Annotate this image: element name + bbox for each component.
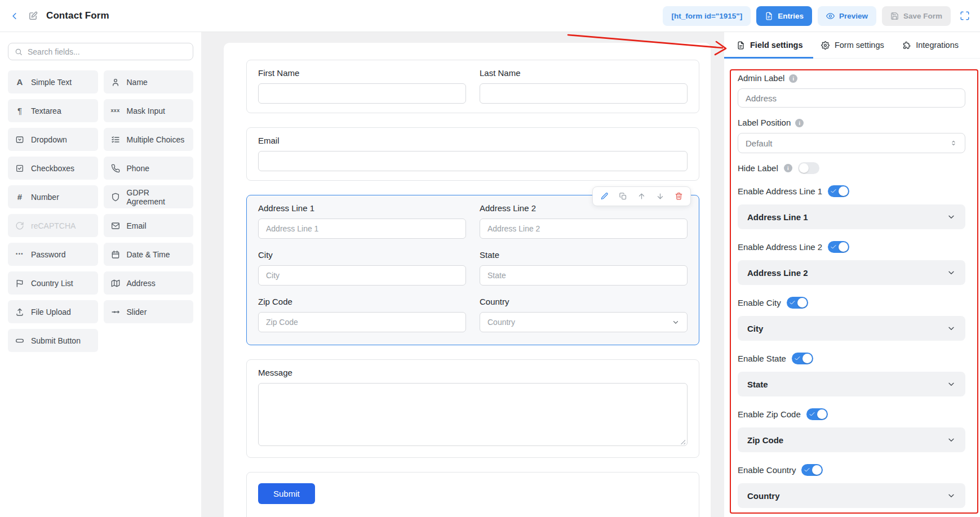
- multiple-choices-icon: [110, 135, 121, 144]
- flag-icon: [15, 279, 25, 288]
- pilcrow-icon: ¶: [15, 106, 25, 115]
- state-input[interactable]: [480, 265, 688, 286]
- subfield-group-city: Enable CityCity: [738, 297, 965, 341]
- info-icon[interactable]: i: [789, 74, 797, 83]
- accordion-state[interactable]: State: [738, 372, 965, 396]
- sidebar-field-address[interactable]: Address: [104, 271, 194, 295]
- sidebar-field-label: Number: [31, 193, 59, 202]
- sidebar-field-label: Date & Time: [127, 250, 170, 259]
- submit-field-card[interactable]: Submit: [246, 472, 699, 517]
- accordion-zip-code[interactable]: Zip Code: [738, 427, 965, 452]
- enable-toggle-label: Enable Address Line 1: [738, 186, 822, 197]
- trash-icon[interactable]: [675, 192, 683, 200]
- field-label: First Name: [258, 68, 466, 78]
- enable-country-toggle[interactable]: [801, 464, 823, 476]
- save-form-button[interactable]: Save Form: [882, 6, 951, 26]
- enable-toggle-label: Enable State: [738, 354, 786, 364]
- zip-code-input[interactable]: [258, 312, 466, 332]
- sidebar-field-mask-input[interactable]: xxxMask Input: [104, 99, 194, 122]
- admin-label-label: Admin Label: [738, 73, 784, 83]
- active-tab-indicator: [724, 57, 813, 59]
- sidebar-field-slider[interactable]: Slider: [104, 300, 194, 323]
- entries-button[interactable]: Entries: [756, 6, 812, 26]
- sidebar-field-simple-text[interactable]: ASimple Text: [8, 70, 98, 93]
- enable-zip-code-toggle[interactable]: [806, 408, 828, 420]
- enable-toggle-label: Enable Country: [738, 465, 796, 475]
- checkbox-icon: [15, 164, 25, 173]
- sidebar-field-recaptcha: reCAPTCHA: [8, 214, 98, 237]
- field-input[interactable]: [480, 83, 688, 104]
- back-button[interactable]: [9, 11, 20, 21]
- field-label: City: [258, 250, 466, 260]
- message-field-card[interactable]: Message: [246, 359, 699, 458]
- sidebar-field-label: Phone: [127, 164, 149, 173]
- sidebar-field-submit-button[interactable]: Submit Button: [8, 329, 98, 352]
- sidebar-field-multiple-choices[interactable]: Multiple Choices: [104, 128, 194, 151]
- sidebar-field-checkboxes[interactable]: Checkboxes: [8, 157, 98, 180]
- enable-state-toggle[interactable]: [792, 353, 813, 364]
- accordion-city[interactable]: City: [738, 316, 965, 341]
- arrow-down-icon[interactable]: [656, 192, 664, 200]
- search-fields-input[interactable]: [28, 47, 187, 56]
- sidebar-field-password[interactable]: •••Password: [8, 243, 98, 266]
- tab-form-settings[interactable]: Form settings: [821, 41, 884, 50]
- submit-button[interactable]: Submit: [258, 483, 315, 504]
- info-icon[interactable]: i: [795, 119, 804, 127]
- subfield-group-zip-code: Enable Zip CodeZip Code: [738, 408, 965, 452]
- info-icon[interactable]: i: [784, 164, 792, 172]
- eye-icon: [826, 12, 835, 20]
- enable-address-line-1-toggle[interactable]: [828, 185, 849, 197]
- shortcode-chip[interactable]: [ht_form id="1915"]: [663, 6, 751, 26]
- enable-city-toggle[interactable]: [787, 297, 808, 309]
- sidebar-field-name[interactable]: Name: [104, 70, 194, 93]
- form-preview-container: First NameLast Name Email Address Line 1…: [224, 43, 711, 517]
- country-select[interactable]: Country: [480, 312, 688, 332]
- city-input[interactable]: [258, 265, 466, 286]
- sidebar-field-phone[interactable]: Phone: [104, 157, 194, 180]
- sidebar-field-date-time[interactable]: Date & Time: [104, 243, 194, 266]
- subfield-group-country: Enable CountryCountry: [738, 464, 965, 508]
- sidebar-field-country-list[interactable]: Country List: [8, 271, 98, 295]
- admin-label-input[interactable]: [738, 88, 965, 108]
- tab-field-settings[interactable]: Field settings: [737, 41, 802, 50]
- sidebar-field-dropdown[interactable]: Dropdown: [8, 128, 98, 151]
- pencil-icon[interactable]: [600, 192, 609, 200]
- address-field-card-selected[interactable]: Address Line 1Address Line 2CityStateZip…: [246, 195, 699, 345]
- sidebar-field-number[interactable]: #Number: [8, 185, 98, 208]
- field-input[interactable]: [258, 83, 466, 104]
- message-textarea[interactable]: [258, 383, 688, 446]
- check-icon: [830, 188, 837, 195]
- gear-icon: [821, 41, 830, 50]
- tab-integrations[interactable]: Integrations: [902, 41, 959, 50]
- name-field-card[interactable]: First NameLast Name: [246, 60, 699, 113]
- address-line-2-input[interactable]: [480, 219, 688, 239]
- edit-title-icon[interactable]: [28, 11, 38, 21]
- accordion-address-line-1[interactable]: Address Line 1: [738, 204, 965, 229]
- email-field-card[interactable]: Email: [246, 127, 699, 181]
- save-icon: [890, 12, 899, 20]
- label-position-select[interactable]: Default: [738, 133, 965, 153]
- address-line-1-input[interactable]: [258, 219, 466, 239]
- sidebar-field-file-upload[interactable]: File Upload: [8, 300, 98, 323]
- fullscreen-button[interactable]: [960, 11, 970, 21]
- chevron-down-icon: [947, 212, 956, 221]
- hide-label-toggle[interactable]: [798, 162, 819, 174]
- sidebar-field-gdpr-agreement[interactable]: GDPR Agreement: [104, 185, 194, 208]
- preview-button[interactable]: Preview: [818, 6, 876, 26]
- settings-panel: Field settingsForm settingsIntegrations …: [724, 32, 980, 517]
- sidebar-field-textarea[interactable]: ¶Textarea: [8, 99, 98, 122]
- accordion-address-line-2[interactable]: Address Line 2: [738, 260, 965, 285]
- shield-icon: [110, 193, 121, 202]
- dots-icon: •••: [15, 252, 25, 257]
- entries-document-icon: [765, 12, 773, 20]
- sidebar-field-label: Simple Text: [31, 78, 72, 87]
- arrow-up-icon[interactable]: [637, 192, 646, 200]
- copy-icon[interactable]: [619, 192, 627, 200]
- sidebar-field-email[interactable]: Email: [104, 214, 194, 237]
- accordion-country[interactable]: Country: [738, 483, 965, 508]
- sidebar-field-label: Checkboxes: [31, 164, 74, 173]
- email-field-input[interactable]: [258, 151, 688, 171]
- enable-address-line-2-toggle[interactable]: [828, 241, 849, 253]
- field-palette-sidebar: ASimple TextName¶TextareaxxxMask InputDr…: [0, 32, 201, 517]
- chevron-down-icon: [947, 380, 956, 389]
